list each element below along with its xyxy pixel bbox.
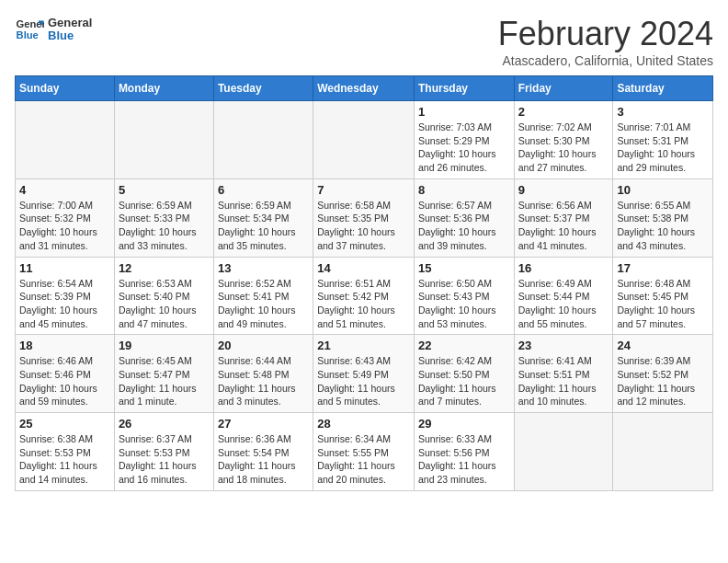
- day-number: 9: [518, 183, 609, 197]
- weekday-header-friday: Friday: [514, 76, 613, 101]
- day-number: 2: [518, 105, 609, 119]
- calendar-cell: [16, 101, 115, 179]
- calendar-table: SundayMondayTuesdayWednesdayThursdayFrid…: [15, 75, 713, 491]
- day-number: 7: [317, 183, 410, 197]
- calendar-cell: 20Sunrise: 6:44 AMSunset: 5:48 PMDayligh…: [213, 335, 313, 413]
- day-detail: Sunrise: 6:39 AMSunset: 5:52 PMDaylight:…: [617, 354, 709, 408]
- calendar-cell: 27Sunrise: 6:36 AMSunset: 5:54 PMDayligh…: [213, 413, 313, 491]
- day-number: 26: [119, 417, 210, 431]
- calendar-cell: [514, 413, 613, 491]
- calendar-cell: 5Sunrise: 6:59 AMSunset: 5:33 PMDaylight…: [114, 178, 213, 257]
- day-number: 22: [418, 339, 510, 352]
- calendar-cell: 28Sunrise: 6:34 AMSunset: 5:55 PMDayligh…: [313, 413, 415, 491]
- day-detail: Sunrise: 6:44 AMSunset: 5:48 PMDaylight:…: [218, 354, 309, 408]
- day-number: 18: [19, 339, 110, 352]
- day-detail: Sunrise: 6:37 AMSunset: 5:53 PMDaylight:…: [119, 432, 210, 487]
- weekday-header-monday: Monday: [114, 76, 213, 101]
- calendar-cell: 7Sunrise: 6:58 AMSunset: 5:35 PMDaylight…: [313, 178, 415, 257]
- day-number: 6: [218, 183, 309, 197]
- week-row-2: 4Sunrise: 7:00 AMSunset: 5:32 PMDaylight…: [16, 178, 713, 257]
- day-number: 11: [19, 261, 110, 275]
- day-detail: Sunrise: 6:59 AMSunset: 5:34 PMDaylight:…: [218, 199, 309, 253]
- logo-general: General: [48, 17, 92, 29]
- day-detail: Sunrise: 6:54 AMSunset: 5:39 PMDaylight:…: [19, 277, 110, 331]
- weekday-header-row: SundayMondayTuesdayWednesdayThursdayFrid…: [16, 76, 713, 101]
- calendar-cell: 16Sunrise: 6:49 AMSunset: 5:44 PMDayligh…: [514, 257, 613, 335]
- day-number: 17: [617, 261, 709, 275]
- calendar-cell: 13Sunrise: 6:52 AMSunset: 5:41 PMDayligh…: [213, 257, 313, 335]
- calendar-cell: [114, 101, 213, 179]
- calendar-cell: 15Sunrise: 6:50 AMSunset: 5:43 PMDayligh…: [414, 257, 514, 335]
- page-header: General Blue General Blue February 2024 …: [15, 15, 713, 68]
- day-detail: Sunrise: 6:49 AMSunset: 5:44 PMDaylight:…: [518, 277, 609, 331]
- day-number: 8: [418, 183, 510, 197]
- calendar-cell: 21Sunrise: 6:43 AMSunset: 5:49 PMDayligh…: [313, 335, 415, 413]
- day-detail: Sunrise: 6:59 AMSunset: 5:33 PMDaylight:…: [119, 199, 210, 253]
- day-detail: Sunrise: 6:45 AMSunset: 5:47 PMDaylight:…: [119, 354, 210, 408]
- calendar-cell: 17Sunrise: 6:48 AMSunset: 5:45 PMDayligh…: [613, 257, 713, 335]
- logo-icon: General Blue: [15, 15, 44, 44]
- calendar-cell: 3Sunrise: 7:01 AMSunset: 5:31 PMDaylight…: [613, 101, 713, 179]
- day-number: 4: [19, 183, 110, 197]
- day-number: 28: [317, 417, 410, 431]
- calendar-title: February 2024: [498, 15, 713, 53]
- calendar-cell: 24Sunrise: 6:39 AMSunset: 5:52 PMDayligh…: [613, 335, 713, 413]
- day-number: 12: [119, 261, 210, 275]
- day-number: 21: [317, 339, 410, 352]
- svg-text:Blue: Blue: [17, 29, 39, 40]
- calendar-cell: 10Sunrise: 6:55 AMSunset: 5:38 PMDayligh…: [613, 178, 713, 257]
- day-number: 1: [418, 105, 510, 119]
- day-detail: Sunrise: 7:01 AMSunset: 5:31 PMDaylight:…: [617, 121, 709, 175]
- week-row-4: 18Sunrise: 6:46 AMSunset: 5:46 PMDayligh…: [16, 335, 713, 413]
- day-number: 3: [617, 105, 709, 119]
- day-detail: Sunrise: 7:03 AMSunset: 5:29 PMDaylight:…: [418, 121, 510, 175]
- calendar-cell: 12Sunrise: 6:53 AMSunset: 5:40 PMDayligh…: [114, 257, 213, 335]
- calendar-cell: [213, 101, 313, 179]
- calendar-cell: 22Sunrise: 6:42 AMSunset: 5:50 PMDayligh…: [414, 335, 514, 413]
- day-detail: Sunrise: 6:43 AMSunset: 5:49 PMDaylight:…: [317, 354, 410, 408]
- weekday-header-saturday: Saturday: [613, 76, 713, 101]
- weekday-header-tuesday: Tuesday: [213, 76, 313, 101]
- day-number: 27: [218, 417, 309, 431]
- day-number: 25: [19, 417, 110, 431]
- day-number: 20: [218, 339, 309, 352]
- calendar-cell: 26Sunrise: 6:37 AMSunset: 5:53 PMDayligh…: [114, 413, 213, 491]
- weekday-header-thursday: Thursday: [414, 76, 514, 101]
- calendar-cell: 4Sunrise: 7:00 AMSunset: 5:32 PMDaylight…: [16, 178, 115, 257]
- day-number: 15: [418, 261, 510, 275]
- day-detail: Sunrise: 6:50 AMSunset: 5:43 PMDaylight:…: [418, 277, 510, 331]
- day-detail: Sunrise: 6:51 AMSunset: 5:42 PMDaylight:…: [317, 277, 410, 331]
- calendar-cell: 2Sunrise: 7:02 AMSunset: 5:30 PMDaylight…: [514, 101, 613, 179]
- day-detail: Sunrise: 6:41 AMSunset: 5:51 PMDaylight:…: [518, 354, 609, 408]
- calendar-cell: [313, 101, 415, 179]
- day-detail: Sunrise: 6:48 AMSunset: 5:45 PMDaylight:…: [617, 277, 709, 331]
- week-row-1: 1Sunrise: 7:03 AMSunset: 5:29 PMDaylight…: [16, 101, 713, 179]
- calendar-cell: 11Sunrise: 6:54 AMSunset: 5:39 PMDayligh…: [16, 257, 115, 335]
- calendar-cell: 1Sunrise: 7:03 AMSunset: 5:29 PMDaylight…: [414, 101, 514, 179]
- calendar-cell: 6Sunrise: 6:59 AMSunset: 5:34 PMDaylight…: [213, 178, 313, 257]
- day-number: 5: [119, 183, 210, 197]
- day-detail: Sunrise: 6:42 AMSunset: 5:50 PMDaylight:…: [418, 354, 510, 408]
- title-block: February 2024 Atascadero, California, Un…: [498, 15, 713, 68]
- calendar-cell: 9Sunrise: 6:56 AMSunset: 5:37 PMDaylight…: [514, 178, 613, 257]
- day-number: 24: [617, 339, 709, 352]
- day-detail: Sunrise: 6:55 AMSunset: 5:38 PMDaylight:…: [617, 199, 709, 253]
- day-detail: Sunrise: 6:58 AMSunset: 5:35 PMDaylight:…: [317, 199, 410, 253]
- calendar-location: Atascadero, California, United States: [498, 53, 713, 68]
- day-number: 19: [119, 339, 210, 352]
- logo-blue: Blue: [48, 29, 92, 42]
- day-number: 13: [218, 261, 309, 275]
- day-number: 23: [518, 339, 609, 352]
- day-detail: Sunrise: 7:02 AMSunset: 5:30 PMDaylight:…: [518, 121, 609, 175]
- day-detail: Sunrise: 7:00 AMSunset: 5:32 PMDaylight:…: [19, 199, 110, 253]
- svg-text:General: General: [17, 18, 44, 29]
- logo: General Blue General Blue: [15, 15, 92, 44]
- day-detail: Sunrise: 6:34 AMSunset: 5:55 PMDaylight:…: [317, 432, 410, 487]
- week-row-5: 25Sunrise: 6:38 AMSunset: 5:53 PMDayligh…: [16, 413, 713, 491]
- weekday-header-wednesday: Wednesday: [313, 76, 415, 101]
- day-detail: Sunrise: 6:56 AMSunset: 5:37 PMDaylight:…: [518, 199, 609, 253]
- day-detail: Sunrise: 6:46 AMSunset: 5:46 PMDaylight:…: [19, 354, 110, 408]
- day-detail: Sunrise: 6:38 AMSunset: 5:53 PMDaylight:…: [19, 432, 110, 487]
- week-row-3: 11Sunrise: 6:54 AMSunset: 5:39 PMDayligh…: [16, 257, 713, 335]
- calendar-cell: 18Sunrise: 6:46 AMSunset: 5:46 PMDayligh…: [16, 335, 115, 413]
